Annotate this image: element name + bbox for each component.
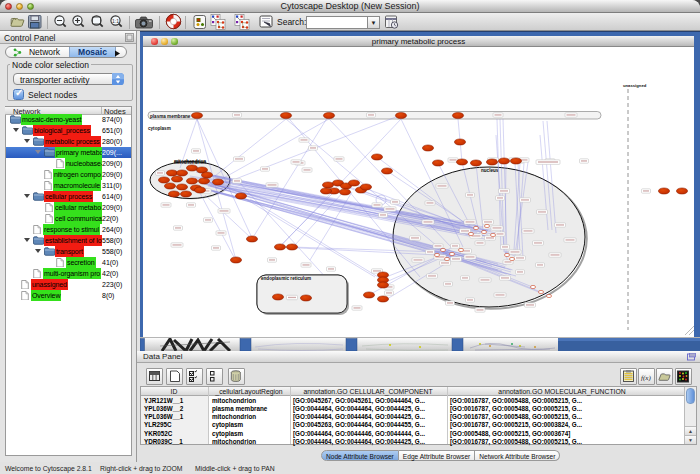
svg-text:cytoplasm: cytoplasm [148, 126, 171, 131]
svg-text:1:1: 1:1 [112, 18, 119, 24]
svg-text:endoplasmic reticulum: endoplasmic reticulum [261, 276, 311, 281]
svg-text:f(x): f(x) [641, 374, 651, 382]
svg-text:unassigned: unassigned [623, 83, 647, 88]
svg-text:mitochondrion: mitochondrion [174, 159, 206, 164]
svg-text:plasma membrane: plasma membrane [150, 114, 191, 119]
svg-text:nucleus: nucleus [481, 168, 499, 173]
